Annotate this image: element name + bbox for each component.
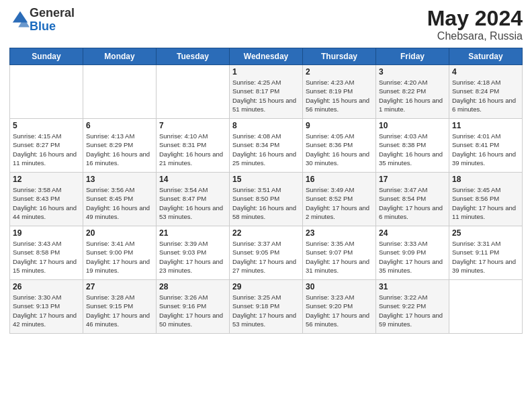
- day-info: Sunrise: 3:41 AMSunset: 9:00 PMDaylight:…: [86, 239, 153, 275]
- day-number: 15: [232, 175, 300, 184]
- day-number: 1: [232, 67, 300, 77]
- title-location: Chebsara, Russia: [427, 30, 523, 42]
- day-info: Sunrise: 3:39 AMSunset: 9:03 PMDaylight:…: [159, 239, 226, 275]
- day-info: Sunrise: 4:15 AMSunset: 8:27 PMDaylight:…: [13, 132, 80, 167]
- day-number: 2: [306, 67, 373, 77]
- day-cell-7: 7Sunrise: 4:10 AMSunset: 8:31 PMDaylight…: [157, 119, 230, 173]
- day-number: 3: [379, 67, 446, 77]
- day-cell-1: 1Sunrise: 4:25 AMSunset: 8:17 PMDaylight…: [230, 65, 303, 119]
- day-number: 11: [452, 121, 519, 130]
- day-number: 10: [379, 121, 446, 130]
- day-number: 4: [452, 67, 519, 77]
- empty-cell: [449, 280, 523, 334]
- day-info: Sunrise: 3:54 AMSunset: 8:47 PMDaylight:…: [159, 185, 226, 221]
- day-cell-25: 25Sunrise: 3:31 AMSunset: 9:11 PMDayligh…: [449, 226, 523, 280]
- day-number: 28: [159, 282, 226, 291]
- day-info: Sunrise: 3:37 AMSunset: 9:05 PMDaylight:…: [232, 239, 300, 275]
- day-cell-16: 16Sunrise: 3:49 AMSunset: 8:52 PMDayligh…: [303, 173, 376, 226]
- logo: General Blue: [9, 7, 75, 34]
- day-cell-5: 5Sunrise: 4:15 AMSunset: 8:27 PMDaylight…: [10, 119, 83, 173]
- day-cell-4: 4Sunrise: 4:18 AMSunset: 8:24 PMDaylight…: [449, 65, 523, 119]
- day-info: Sunrise: 3:23 AMSunset: 9:20 PMDaylight:…: [306, 293, 373, 328]
- day-number: 13: [86, 175, 153, 184]
- week-row-1: 1Sunrise: 4:25 AMSunset: 8:17 PMDaylight…: [10, 65, 523, 119]
- empty-cell: [157, 65, 230, 119]
- day-cell-2: 2Sunrise: 4:23 AMSunset: 8:19 PMDaylight…: [303, 65, 376, 119]
- day-number: 19: [13, 228, 80, 238]
- day-number: 22: [232, 228, 300, 238]
- day-cell-21: 21Sunrise: 3:39 AMSunset: 9:03 PMDayligh…: [157, 226, 230, 280]
- day-number: 18: [452, 175, 519, 184]
- day-info: Sunrise: 3:25 AMSunset: 9:18 PMDaylight:…: [232, 293, 300, 328]
- day-cell-26: 26Sunrise: 3:30 AMSunset: 9:13 PMDayligh…: [10, 280, 83, 334]
- day-number: 7: [159, 121, 226, 130]
- week-row-5: 26Sunrise: 3:30 AMSunset: 9:13 PMDayligh…: [10, 280, 523, 334]
- day-number: 27: [86, 282, 153, 291]
- day-info: Sunrise: 3:30 AMSunset: 9:13 PMDaylight:…: [13, 293, 80, 328]
- day-info: Sunrise: 4:05 AMSunset: 8:36 PMDaylight:…: [306, 132, 373, 167]
- calendar: SundayMondayTuesdayWednesdayThursdayFrid…: [9, 48, 523, 334]
- day-info: Sunrise: 4:18 AMSunset: 8:24 PMDaylight:…: [452, 78, 519, 113]
- day-cell-6: 6Sunrise: 4:13 AMSunset: 8:29 PMDaylight…: [83, 119, 157, 173]
- empty-cell: [83, 65, 157, 119]
- day-info: Sunrise: 4:20 AMSunset: 8:22 PMDaylight:…: [379, 78, 446, 113]
- day-info: Sunrise: 3:31 AMSunset: 9:11 PMDaylight:…: [452, 239, 519, 275]
- day-info: Sunrise: 3:45 AMSunset: 8:56 PMDaylight:…: [452, 185, 519, 221]
- day-info: Sunrise: 3:56 AMSunset: 8:45 PMDaylight:…: [86, 185, 153, 221]
- day-info: Sunrise: 4:01 AMSunset: 8:41 PMDaylight:…: [452, 132, 519, 167]
- day-info: Sunrise: 4:08 AMSunset: 8:34 PMDaylight:…: [232, 132, 300, 167]
- week-row-3: 12Sunrise: 3:58 AMSunset: 8:43 PMDayligh…: [10, 173, 523, 226]
- weekday-header-friday: Friday: [376, 48, 449, 65]
- weekday-header-saturday: Saturday: [449, 48, 523, 65]
- day-info: Sunrise: 4:23 AMSunset: 8:19 PMDaylight:…: [306, 78, 373, 113]
- day-cell-20: 20Sunrise: 3:41 AMSunset: 9:00 PMDayligh…: [83, 226, 157, 280]
- day-info: Sunrise: 3:26 AMSunset: 9:16 PMDaylight:…: [159, 293, 226, 328]
- day-number: 23: [306, 228, 373, 238]
- day-number: 25: [452, 228, 519, 238]
- day-cell-19: 19Sunrise: 3:43 AMSunset: 8:58 PMDayligh…: [10, 226, 83, 280]
- day-number: 14: [159, 175, 226, 184]
- day-number: 8: [232, 121, 300, 130]
- day-cell-17: 17Sunrise: 3:47 AMSunset: 8:54 PMDayligh…: [376, 173, 449, 226]
- day-number: 29: [232, 282, 300, 291]
- day-number: 6: [86, 121, 153, 130]
- day-number: 26: [13, 282, 80, 291]
- day-cell-12: 12Sunrise: 3:58 AMSunset: 8:43 PMDayligh…: [10, 173, 83, 226]
- day-cell-15: 15Sunrise: 3:51 AMSunset: 8:50 PMDayligh…: [230, 173, 303, 226]
- day-number: 16: [306, 175, 373, 184]
- weekday-header-row: SundayMondayTuesdayWednesdayThursdayFrid…: [10, 48, 523, 65]
- day-cell-10: 10Sunrise: 4:03 AMSunset: 8:38 PMDayligh…: [376, 119, 449, 173]
- day-info: Sunrise: 4:10 AMSunset: 8:31 PMDaylight:…: [159, 132, 226, 167]
- logo-text: General Blue: [30, 7, 75, 34]
- week-row-2: 5Sunrise: 4:15 AMSunset: 8:27 PMDaylight…: [10, 119, 523, 173]
- day-cell-31: 31Sunrise: 3:22 AMSunset: 9:22 PMDayligh…: [376, 280, 449, 334]
- title-block: May 2024 Chebsara, Russia: [427, 7, 523, 42]
- day-number: 21: [159, 228, 226, 238]
- day-cell-11: 11Sunrise: 4:01 AMSunset: 8:41 PMDayligh…: [449, 119, 523, 173]
- day-number: 20: [86, 228, 153, 238]
- day-info: Sunrise: 3:35 AMSunset: 9:07 PMDaylight:…: [306, 239, 373, 275]
- day-info: Sunrise: 3:43 AMSunset: 8:58 PMDaylight:…: [13, 239, 80, 275]
- day-info: Sunrise: 3:51 AMSunset: 8:50 PMDaylight:…: [232, 185, 300, 221]
- title-month: May 2024: [427, 7, 523, 30]
- day-info: Sunrise: 4:25 AMSunset: 8:17 PMDaylight:…: [232, 78, 300, 113]
- day-cell-23: 23Sunrise: 3:35 AMSunset: 9:07 PMDayligh…: [303, 226, 376, 280]
- header: General Blue May 2024 Chebsara, Russia: [9, 7, 523, 42]
- day-number: 24: [379, 228, 446, 238]
- logo-general: General: [30, 6, 75, 19]
- day-info: Sunrise: 3:47 AMSunset: 8:54 PMDaylight:…: [379, 185, 446, 221]
- day-number: 17: [379, 175, 446, 184]
- day-cell-8: 8Sunrise: 4:08 AMSunset: 8:34 PMDaylight…: [230, 119, 303, 173]
- day-number: 12: [13, 175, 80, 184]
- weekday-header-sunday: Sunday: [10, 48, 83, 65]
- day-cell-22: 22Sunrise: 3:37 AMSunset: 9:05 PMDayligh…: [230, 226, 303, 280]
- day-cell-27: 27Sunrise: 3:28 AMSunset: 9:15 PMDayligh…: [83, 280, 157, 334]
- day-cell-9: 9Sunrise: 4:05 AMSunset: 8:36 PMDaylight…: [303, 119, 376, 173]
- logo-blue: Blue: [30, 19, 56, 33]
- day-cell-13: 13Sunrise: 3:56 AMSunset: 8:45 PMDayligh…: [83, 173, 157, 226]
- day-number: 5: [13, 121, 80, 130]
- day-cell-3: 3Sunrise: 4:20 AMSunset: 8:22 PMDaylight…: [376, 65, 449, 119]
- logo-icon: [11, 9, 30, 28]
- day-info: Sunrise: 3:49 AMSunset: 8:52 PMDaylight:…: [306, 185, 373, 221]
- week-row-4: 19Sunrise: 3:43 AMSunset: 8:58 PMDayligh…: [10, 226, 523, 280]
